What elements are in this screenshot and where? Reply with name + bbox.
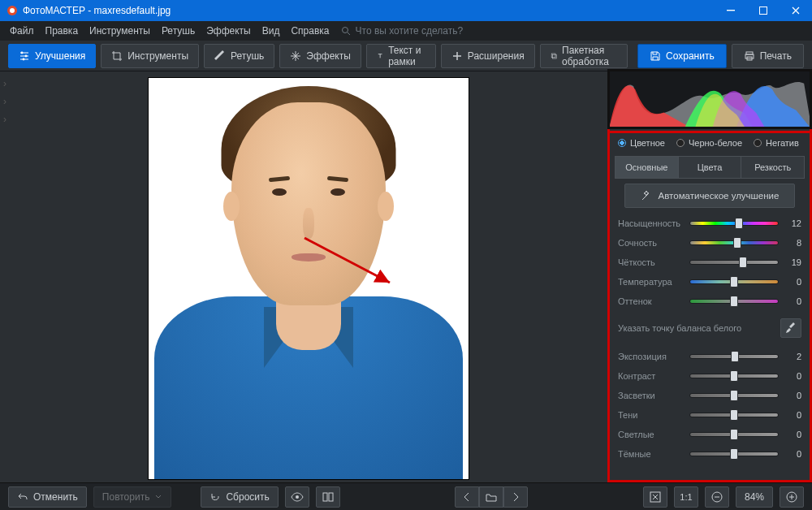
slider-exposure-label: Экспозиция <box>618 352 683 361</box>
slider-saturation-thumb[interactable] <box>735 218 743 229</box>
menu-view[interactable]: Вид <box>262 25 280 37</box>
auto-enhance-button[interactable]: Автоматическое улучшение <box>624 184 795 208</box>
slider-contrast-track[interactable] <box>689 374 779 378</box>
menu-file[interactable]: Файл <box>10 25 34 37</box>
slider-temperature-track[interactable] <box>689 279 779 284</box>
window-minimize-button[interactable] <box>715 0 747 21</box>
white-balance-picker-button[interactable] <box>780 318 801 338</box>
chevron-right-icon: › <box>3 114 6 125</box>
menu-bar: Файл Правка Инструменты Ретушь Эффекты В… <box>0 21 812 41</box>
compare-icon <box>322 491 334 503</box>
print-icon <box>744 50 755 62</box>
save-button[interactable]: Сохранить <box>637 44 727 68</box>
chevron-right-icon <box>512 492 520 502</box>
svg-rect-10 <box>552 54 556 58</box>
photo-preview <box>149 78 469 479</box>
slider-blacks-value: 0 <box>785 449 801 459</box>
tab-retouch[interactable]: Ретушь <box>204 44 274 68</box>
slider-temperature-thumb[interactable] <box>730 276 738 287</box>
menu-instruments[interactable]: Инструменты <box>89 25 150 37</box>
open-folder-button[interactable] <box>479 486 503 508</box>
slider-clarity-thumb[interactable] <box>739 257 747 268</box>
print-button-label: Печать <box>760 50 792 62</box>
subtab-colors[interactable]: Цвета <box>679 156 742 179</box>
slider-clarity: Чёткость19 <box>618 255 801 270</box>
tab-effects[interactable]: Эффекты <box>279 44 361 68</box>
chevron-left-icon <box>463 492 471 502</box>
slider-blacks-thumb[interactable] <box>730 448 738 460</box>
sliders-icon <box>19 50 30 62</box>
slider-saturation-track[interactable] <box>689 221 779 226</box>
zoom-value[interactable]: 84% <box>736 486 773 508</box>
slider-contrast-thumb[interactable] <box>730 370 738 382</box>
next-image-button[interactable] <box>503 486 528 508</box>
slider-tint-track[interactable] <box>689 299 779 304</box>
svg-point-4 <box>342 28 348 33</box>
left-gutter: › › › <box>0 71 10 482</box>
slider-shadows-thumb[interactable] <box>730 409 738 421</box>
tab-tools-label: Инструменты <box>127 50 188 62</box>
radio-negative[interactable]: Негатив <box>754 138 799 148</box>
fit-screen-button[interactable] <box>643 486 667 508</box>
slider-exposure-track[interactable] <box>689 354 779 359</box>
tab-text-frames[interactable]: Текст и рамки <box>366 44 436 68</box>
print-button[interactable]: Печать <box>732 44 804 68</box>
tab-batch[interactable]: Пакетная обработка <box>540 44 628 68</box>
crop-icon <box>111 50 123 62</box>
compare-view-button[interactable] <box>316 486 340 508</box>
canvas-area[interactable] <box>10 71 607 482</box>
slider-highlights-track[interactable] <box>689 393 779 398</box>
tab-enhance[interactable]: Улучшения <box>8 44 96 68</box>
slider-tint-label: Оттенок <box>618 296 683 306</box>
svg-rect-9 <box>551 54 555 58</box>
slider-vibrance-track[interactable] <box>689 240 779 245</box>
reset-button[interactable]: Сбросить <box>201 486 278 508</box>
histogram <box>607 69 812 129</box>
radio-negative-label: Негатив <box>766 138 799 148</box>
actual-size-button[interactable]: 1:1 <box>674 486 698 508</box>
search-icon <box>341 26 351 36</box>
prev-image-button[interactable] <box>455 486 479 508</box>
menu-search[interactable]: Что вы хотите сделать? <box>341 25 464 37</box>
slider-whites-track[interactable] <box>689 432 779 437</box>
slider-exposure-thumb[interactable] <box>731 351 739 362</box>
menu-effects[interactable]: Эффекты <box>206 25 251 37</box>
subtab-basic[interactable]: Основные <box>615 156 679 179</box>
save-icon <box>650 50 661 62</box>
preview-toggle-button[interactable] <box>285 486 309 508</box>
slider-tint-thumb[interactable] <box>730 296 738 307</box>
menu-edit[interactable]: Правка <box>45 25 79 37</box>
eye-icon <box>291 492 304 502</box>
undo-button[interactable]: Отменить <box>8 486 87 508</box>
zoom-out-button[interactable] <box>705 486 729 508</box>
zoom-in-button[interactable] <box>780 486 804 508</box>
menu-retouch[interactable]: Ретушь <box>162 25 195 37</box>
subtab-sharpen[interactable]: Резкость <box>741 156 805 179</box>
tab-effects-label: Эффекты <box>306 50 351 62</box>
slider-whites-value: 0 <box>785 430 801 439</box>
slider-blacks-track[interactable] <box>689 452 779 456</box>
title-bar: ФотоМАСТЕР - maxresdefault.jpg <box>0 0 812 21</box>
redo-button[interactable]: Повторить <box>93 486 172 508</box>
slider-highlights-thumb[interactable] <box>730 390 738 401</box>
slider-highlights-label: Засветки <box>618 391 683 400</box>
radio-dot-icon <box>754 139 762 147</box>
radio-color-label: Цветное <box>630 138 665 148</box>
tab-tools[interactable]: Инструменты <box>101 44 199 68</box>
window-maximize-button[interactable] <box>747 0 780 21</box>
slider-tint: Оттенок0 <box>618 294 801 309</box>
slider-vibrance-thumb[interactable] <box>733 237 741 249</box>
slider-shadows: Тени0 <box>618 408 801 422</box>
radio-bw[interactable]: Черно-белое <box>676 138 742 148</box>
slider-whites-label: Светлые <box>618 430 683 439</box>
tab-extensions[interactable]: Расширения <box>441 44 535 68</box>
slider-temperature-label: Температура <box>618 277 683 287</box>
slider-clarity-track[interactable] <box>689 260 779 265</box>
slider-whites-thumb[interactable] <box>730 429 738 440</box>
slider-shadows-track[interactable] <box>689 413 779 417</box>
window-close-button[interactable] <box>780 0 812 21</box>
radio-color[interactable]: Цветное <box>618 138 665 148</box>
menu-help[interactable]: Справка <box>291 25 329 37</box>
slider-blacks: Тёмные0 <box>618 447 801 461</box>
stack-icon <box>551 50 557 62</box>
